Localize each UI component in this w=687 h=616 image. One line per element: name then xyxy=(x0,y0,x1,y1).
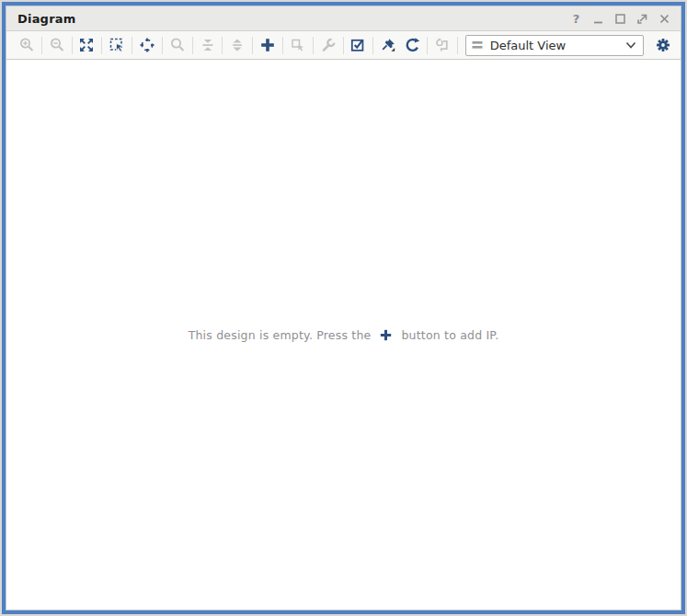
toolbar-separator xyxy=(457,37,458,54)
target-icon xyxy=(139,37,155,53)
toolbar-separator xyxy=(72,37,73,54)
refresh-icon xyxy=(404,37,420,53)
external-cursor-icon xyxy=(290,37,306,53)
validate-check-icon xyxy=(349,37,366,53)
close-button[interactable] xyxy=(658,12,671,26)
maximize-button[interactable] xyxy=(613,12,627,26)
view-selector[interactable]: Default View xyxy=(465,35,644,56)
toolbar-separator xyxy=(222,37,223,54)
toolbar-separator xyxy=(192,37,193,54)
make-external-button[interactable] xyxy=(286,34,310,56)
toolbar-separator xyxy=(372,37,373,54)
zoom-selection-icon xyxy=(109,37,125,53)
toolbar-separator xyxy=(162,37,163,54)
toolbar-separator xyxy=(343,37,344,54)
wrench-icon xyxy=(320,37,337,53)
float-button[interactable] xyxy=(635,12,649,26)
routing-button[interactable] xyxy=(430,34,454,56)
diagram-toolbar: Default View xyxy=(6,31,681,60)
view-selector-value: Default View xyxy=(490,39,625,52)
add-ip-button[interactable] xyxy=(256,34,280,56)
routing-icon xyxy=(434,37,451,53)
search-icon xyxy=(169,37,186,53)
zoom-in-icon xyxy=(18,37,35,53)
maximize-icon xyxy=(614,13,626,25)
toolbar-separator xyxy=(101,37,102,54)
auto-fit-selection-button[interactable] xyxy=(135,34,159,56)
toolbar-separator xyxy=(282,37,283,54)
diagram-window: Diagram ? xyxy=(6,6,681,610)
window-title: Diagram xyxy=(17,12,75,26)
layers-icon xyxy=(472,39,484,51)
zoom-to-selection-button[interactable] xyxy=(105,34,129,56)
window-focus-frame: Diagram ? xyxy=(2,2,685,614)
pushpin-icon xyxy=(380,37,396,53)
plus-icon xyxy=(379,328,393,342)
toolbar-separator xyxy=(132,37,132,54)
chevron-down-icon xyxy=(625,41,636,50)
pin-button[interactable] xyxy=(376,34,400,56)
titlebar-controls: ? xyxy=(569,12,671,26)
settings-button[interactable] xyxy=(651,34,675,56)
expand-button[interactable] xyxy=(225,34,249,56)
validate-design-button[interactable] xyxy=(347,34,371,56)
float-icon xyxy=(636,13,648,25)
zoom-in-button[interactable] xyxy=(15,34,39,56)
refresh-button[interactable] xyxy=(400,34,424,56)
empty-design-message: This design is empty. Press the button t… xyxy=(189,328,499,342)
zoom-out-icon xyxy=(49,37,65,53)
search-button[interactable] xyxy=(166,34,189,56)
collapse-button[interactable] xyxy=(196,34,220,56)
collapse-icon xyxy=(200,37,216,53)
toolbar-separator xyxy=(427,37,428,54)
toolbar-separator xyxy=(252,37,253,54)
zoom-fit-button[interactable] xyxy=(75,34,99,56)
empty-message-suffix: button to add IP. xyxy=(401,328,498,342)
titlebar: Diagram ? xyxy=(6,6,681,31)
close-icon xyxy=(658,13,670,25)
diagram-canvas[interactable]: This design is empty. Press the button t… xyxy=(6,60,681,610)
empty-message-prefix: This design is empty. Press the xyxy=(189,328,372,342)
customize-button[interactable] xyxy=(316,34,340,56)
minimize-button[interactable] xyxy=(591,12,605,26)
zoom-fit-icon xyxy=(78,37,95,53)
minimize-icon xyxy=(592,13,604,25)
zoom-out-button[interactable] xyxy=(45,34,69,56)
help-button[interactable]: ? xyxy=(569,12,583,26)
question-icon: ? xyxy=(573,13,580,25)
toolbar-separator xyxy=(313,37,314,54)
toolbar-separator xyxy=(41,37,42,54)
plus-icon xyxy=(259,37,276,53)
expand-icon xyxy=(229,37,246,53)
gear-icon xyxy=(655,37,671,53)
window-outer-edge: Diagram ? xyxy=(0,0,687,616)
